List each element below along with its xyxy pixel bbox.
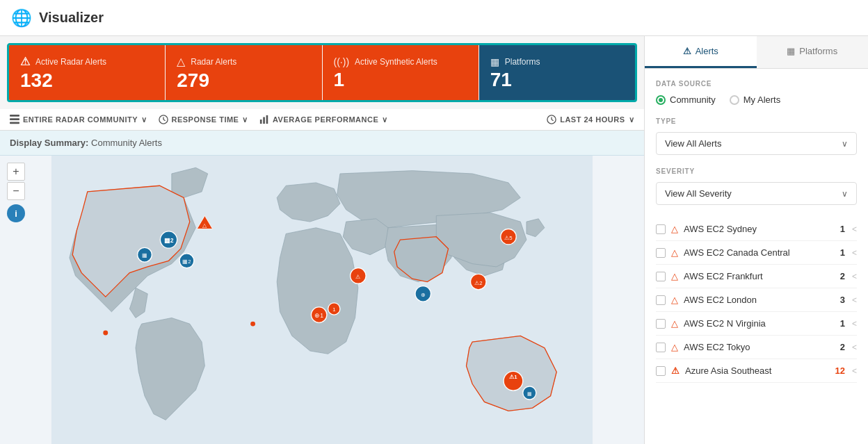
- community-chevron: ∨: [141, 115, 147, 124]
- svg-text:⚠5: ⚠5: [504, 235, 512, 241]
- svg-text:▦: ▦: [142, 252, 147, 258]
- svg-text:△: △: [202, 222, 207, 229]
- warning-icon-1: △: [671, 247, 678, 258]
- list-item: △ AWS EC2 N Virginia 1 <: [656, 312, 857, 336]
- platform-chevron-6[interactable]: <: [852, 366, 857, 376]
- response-filter-label: RESPONSE TIME: [172, 115, 239, 124]
- platform-list: △ AWS EC2 Sydney 1 < △ AWS EC2 Canada Ce…: [656, 217, 857, 383]
- platform-checkbox-0[interactable]: [656, 224, 666, 234]
- platform-count-4: 1: [840, 318, 845, 329]
- active-radar-alerts-card[interactable]: ⚠ Active Radar Alerts 132: [9, 45, 165, 100]
- platform-checkbox-2[interactable]: [656, 272, 666, 281]
- performance-filter-label: AVERAGE PERFORMANCE: [273, 115, 378, 124]
- severity-dropdown[interactable]: View All Severity ∨: [656, 182, 857, 205]
- active-radar-label: Active Radar Alerts: [35, 57, 106, 67]
- platform-checkbox-3[interactable]: [656, 295, 666, 305]
- severity-label: SEVERITY: [656, 167, 857, 175]
- filter-bar: ENTIRE RADAR COMMUNITY ∨ RESPONSE TIME ∨…: [0, 109, 644, 131]
- zoom-out-button[interactable]: −: [7, 182, 25, 200]
- community-filter[interactable]: ENTIRE RADAR COMMUNITY ∨: [10, 115, 147, 124]
- tab-platforms[interactable]: ▦ Platforms: [757, 36, 869, 68]
- svg-rect-6: [260, 120, 262, 124]
- list-item: △ AWS EC2 Canada Central 1 <: [656, 241, 857, 265]
- platform-name-2: AWS EC2 Frankfurt: [684, 271, 835, 281]
- world-map: ▦2 ▦ ▦2 △ ⊕1 1 ⚠ ⊕: [0, 156, 644, 444]
- performance-filter[interactable]: AVERAGE PERFORMANCE ∨: [259, 115, 388, 124]
- display-summary-value: Community Alerts: [91, 138, 162, 148]
- right-tabs: ⚠ Alerts ▦ Platforms: [645, 36, 868, 69]
- platforms-card-icon: ▦: [490, 56, 499, 67]
- active-synthetic-card[interactable]: ((·)) Active Synthetic Alerts 1: [323, 45, 479, 100]
- list-item: △ AWS EC2 Sydney 1 <: [656, 217, 857, 241]
- platform-name-6: Azure Asia Southeast: [685, 365, 830, 376]
- svg-rect-7: [263, 117, 265, 124]
- my-alerts-radio[interactable]: My Alerts: [730, 94, 780, 105]
- community-radio[interactable]: Community: [656, 94, 716, 105]
- platform-name-5: AWS EC2 Tokyo: [684, 342, 835, 352]
- time-filter[interactable]: LAST 24 HOURS ∨: [547, 115, 634, 124]
- svg-point-37: [103, 331, 108, 336]
- platforms-card[interactable]: ▦ Platforms 71: [479, 45, 635, 100]
- platform-checkbox-4[interactable]: [656, 319, 666, 329]
- community-radio-dot: [656, 95, 666, 105]
- platform-chevron-5[interactable]: <: [852, 343, 857, 352]
- radar-value: 279: [177, 71, 310, 90]
- platform-chevron-0[interactable]: <: [852, 224, 857, 234]
- platform-chevron-4[interactable]: <: [852, 319, 857, 329]
- response-filter[interactable]: RESPONSE TIME ∨: [159, 115, 248, 124]
- right-panel-content: DATA SOURCE Community My Alerts TYPE Vi: [645, 69, 868, 444]
- platform-checkbox-5[interactable]: [656, 343, 666, 352]
- performance-chevron: ∨: [382, 115, 388, 124]
- active-radar-value: 132: [20, 71, 154, 90]
- svg-line-11: [552, 120, 554, 121]
- svg-text:⊕1: ⊕1: [314, 312, 323, 319]
- svg-text:⚠: ⚠: [355, 274, 360, 280]
- type-dropdown[interactable]: View All Alerts ∨: [656, 132, 857, 155]
- platforms-tab-label: Platforms: [799, 46, 837, 56]
- map-info-button[interactable]: i: [7, 204, 25, 222]
- platform-count-6: 12: [835, 365, 845, 376]
- platform-name-4: AWS EC2 N Virginia: [684, 318, 835, 329]
- data-source-label: DATA SOURCE: [656, 80, 857, 88]
- critical-icon-6: ⚠: [671, 365, 680, 376]
- platforms-tab-icon: ▦: [787, 46, 795, 56]
- platform-chevron-3[interactable]: <: [852, 295, 857, 305]
- warning-icon-3: △: [671, 295, 678, 305]
- active-radar-icon: ⚠: [20, 55, 30, 68]
- svg-text:1: 1: [332, 306, 335, 313]
- right-panel: ⚠ Alerts ▦ Platforms DATA SOURCE Communi…: [644, 36, 868, 444]
- tab-alerts[interactable]: ⚠ Alerts: [645, 36, 757, 68]
- platform-name-1: AWS EC2 Canada Central: [684, 247, 835, 258]
- type-section: TYPE View All Alerts ∨: [656, 117, 857, 155]
- platform-count-0: 1: [840, 224, 845, 234]
- severity-chevron-icon: ∨: [842, 189, 848, 199]
- display-summary: Display Summary: Community Alerts: [0, 131, 644, 156]
- svg-text:▦2: ▦2: [182, 258, 191, 265]
- warning-icon-2: △: [671, 271, 678, 281]
- platforms-value: 71: [490, 70, 624, 90]
- svg-text:⊕: ⊕: [421, 292, 426, 298]
- platform-chevron-1[interactable]: <: [852, 248, 857, 258]
- list-item: △ AWS EC2 London 3 <: [656, 288, 857, 312]
- platform-chevron-2[interactable]: <: [852, 272, 857, 281]
- severity-selected: View All Severity: [665, 188, 732, 199]
- warning-icon-4: △: [671, 318, 678, 329]
- type-chevron-icon: ∨: [842, 139, 848, 149]
- map-area: + − i: [0, 156, 644, 444]
- platform-name-0: AWS EC2 Sydney: [684, 224, 835, 234]
- alerts-tab-label: Alerts: [696, 46, 718, 56]
- svg-rect-1: [10, 118, 19, 120]
- svg-text:⚠2: ⚠2: [474, 280, 482, 286]
- zoom-in-button[interactable]: +: [7, 163, 25, 181]
- platform-checkbox-6[interactable]: [656, 366, 666, 376]
- app-title: Visualizer: [39, 10, 104, 26]
- globe-icon: 🌐: [11, 8, 32, 28]
- platform-checkbox-1[interactable]: [656, 248, 666, 258]
- list-item: △ AWS EC2 Frankfurt 2 <: [656, 265, 857, 288]
- platform-count-3: 3: [840, 295, 845, 305]
- platform-count-5: 2: [840, 342, 845, 352]
- platform-count-1: 1: [840, 247, 845, 258]
- list-item: ⚠ Azure Asia Southeast 12 <: [656, 359, 857, 383]
- svg-rect-2: [10, 122, 19, 124]
- radar-alerts-card[interactable]: △ Radar Alerts 279: [166, 45, 321, 100]
